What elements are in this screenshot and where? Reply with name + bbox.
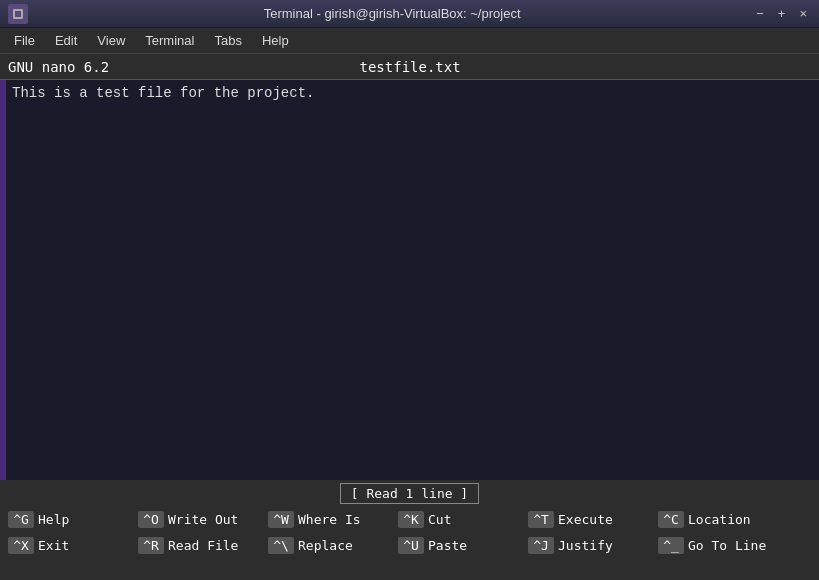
shortcut-key-2: ^W: [268, 511, 294, 528]
left-accent-bar: [0, 80, 6, 480]
shortcut-item-3[interactable]: ^KCut: [394, 506, 524, 532]
shortcut-label-0: Help: [38, 512, 69, 527]
status-bar: [ Read 1 line ]: [0, 480, 819, 506]
menu-file[interactable]: File: [4, 30, 45, 51]
shortcut-key-1: ^O: [138, 511, 164, 528]
shortcut-item-6[interactable]: ^XExit: [4, 532, 134, 558]
shortcut-key-7: ^R: [138, 537, 164, 554]
shortcut-item-5[interactable]: ^CLocation: [654, 506, 784, 532]
shortcut-label-5: Location: [688, 512, 751, 527]
shortcut-item-0[interactable]: ^GHelp: [4, 506, 134, 532]
shortcut-item-9[interactable]: ^UPaste: [394, 532, 524, 558]
shortcut-label-4: Execute: [558, 512, 613, 527]
menu-view[interactable]: View: [87, 30, 135, 51]
shortcut-item-8[interactable]: ^\Replace: [264, 532, 394, 558]
menubar: File Edit View Terminal Tabs Help: [0, 28, 819, 54]
shortcut-label-3: Cut: [428, 512, 451, 527]
shortcut-item-1[interactable]: ^OWrite Out: [134, 506, 264, 532]
shortcut-label-10: Justify: [558, 538, 613, 553]
shortcut-label-6: Exit: [38, 538, 69, 553]
shortcut-key-4: ^T: [528, 511, 554, 528]
shortcut-item-2[interactable]: ^WWhere Is: [264, 506, 394, 532]
shortcut-key-10: ^J: [528, 537, 554, 554]
nano-filename: testfile.txt: [360, 59, 461, 75]
shortcut-label-11: Go To Line: [688, 538, 766, 553]
shortcut-label-8: Replace: [298, 538, 353, 553]
nano-version: GNU nano 6.2: [8, 59, 109, 75]
menu-edit[interactable]: Edit: [45, 30, 87, 51]
window-controls: − + ×: [752, 5, 811, 22]
shortcut-key-3: ^K: [398, 511, 424, 528]
shortcut-key-9: ^U: [398, 537, 424, 554]
shortcut-key-5: ^C: [658, 511, 684, 528]
shortcut-item-4[interactable]: ^TExecute: [524, 506, 654, 532]
shortcut-label-7: Read File: [168, 538, 238, 553]
window-titlebar: Terminal - girish@girish-VirtualBox: ~/p…: [0, 0, 819, 28]
window-icon: [8, 4, 28, 24]
shortcut-label-1: Write Out: [168, 512, 238, 527]
shortcut-item-7[interactable]: ^RRead File: [134, 532, 264, 558]
shortcut-label-9: Paste: [428, 538, 467, 553]
minimize-button[interactable]: −: [752, 5, 768, 22]
shortcut-key-11: ^_: [658, 537, 684, 554]
maximize-button[interactable]: +: [774, 5, 790, 22]
shortcut-item-10[interactable]: ^JJustify: [524, 532, 654, 558]
editor-content[interactable]: This is a test file for the project.: [6, 80, 819, 480]
menu-terminal[interactable]: Terminal: [135, 30, 204, 51]
shortcut-key-0: ^G: [8, 511, 34, 528]
shortcut-key-6: ^X: [8, 537, 34, 554]
close-button[interactable]: ×: [795, 5, 811, 22]
shortcut-item-11[interactable]: ^_Go To Line: [654, 532, 784, 558]
menu-tabs[interactable]: Tabs: [204, 30, 251, 51]
window-title: Terminal - girish@girish-VirtualBox: ~/p…: [32, 6, 752, 21]
shortcut-key-8: ^\: [268, 537, 294, 554]
shortcut-bar: ^GHelp^OWrite Out^WWhere Is^KCut^TExecut…: [0, 506, 819, 558]
editor-text: This is a test file for the project.: [12, 85, 314, 101]
nano-header: GNU nano 6.2 testfile.txt: [0, 54, 819, 80]
status-message: [ Read 1 line ]: [340, 483, 479, 504]
shortcut-label-2: Where Is: [298, 512, 361, 527]
menu-help[interactable]: Help: [252, 30, 299, 51]
editor-wrapper: This is a test file for the project.: [0, 80, 819, 480]
